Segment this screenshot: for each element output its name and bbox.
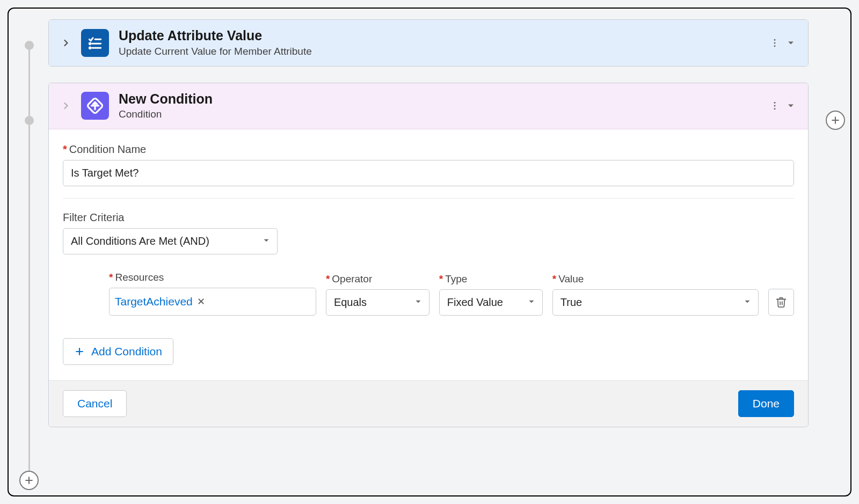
expand-toggle[interactable] <box>61 100 71 111</box>
step-title: New Condition <box>119 92 213 107</box>
timeline-line <box>28 45 30 472</box>
plus-icon <box>74 346 85 357</box>
expand-toggle[interactable] <box>61 38 71 48</box>
checklist-icon <box>81 29 109 57</box>
operator-select[interactable]: Equals <box>326 289 430 316</box>
caret-down-icon <box>785 38 796 48</box>
svg-point-19 <box>774 108 776 110</box>
add-step-right-button[interactable] <box>826 111 845 130</box>
svg-point-18 <box>774 105 776 107</box>
step-menu-button[interactable] <box>769 38 796 48</box>
more-vertical-icon <box>769 100 780 111</box>
step-subtitle: Update Current Value for Member Attribut… <box>119 46 312 57</box>
timeline-node-1 <box>25 41 34 50</box>
condition-name-label: Condition Name <box>63 143 794 156</box>
delete-row-button[interactable] <box>768 289 794 316</box>
condition-editor-body: Condition Name Filter Criteria All Condi… <box>49 129 808 380</box>
type-select[interactable]: Fixed Value <box>439 289 543 316</box>
svg-point-9 <box>774 39 776 40</box>
type-label: Type <box>439 273 543 285</box>
condition-name-input[interactable] <box>63 160 794 186</box>
condition-row: Resources TargetAchieved ✕ Operator Equa… <box>109 272 794 316</box>
trash-icon <box>775 296 787 308</box>
flow-canvas: Update Attribute Value Update Current Va… <box>8 8 851 496</box>
branch-icon <box>81 92 109 120</box>
cancel-button[interactable]: Cancel <box>63 390 127 417</box>
svg-point-17 <box>774 102 776 104</box>
condition-footer: Cancel Done <box>49 380 808 427</box>
value-label: Value <box>552 273 759 285</box>
remove-resource-button[interactable]: ✕ <box>197 296 205 308</box>
resources-input[interactable]: TargetAchieved ✕ <box>109 288 316 316</box>
more-vertical-icon <box>769 38 780 48</box>
step-card-header: Update Attribute Value Update Current Va… <box>49 20 808 66</box>
step-menu-button[interactable] <box>769 100 796 111</box>
value-select[interactable]: True <box>552 289 759 316</box>
divider <box>63 198 794 199</box>
svg-point-10 <box>774 42 776 43</box>
svg-point-7 <box>89 43 91 45</box>
operator-label: Operator <box>326 273 430 285</box>
done-button[interactable]: Done <box>738 390 794 417</box>
caret-down-icon <box>785 100 796 111</box>
svg-point-11 <box>774 45 776 47</box>
step-card-new-condition: New Condition Condition Condition Name F… <box>48 83 809 428</box>
add-condition-label: Add Condition <box>91 345 162 358</box>
step-title: Update Attribute Value <box>119 28 312 43</box>
add-step-bottom-button[interactable] <box>19 471 39 490</box>
step-card-header: New Condition Condition <box>49 83 808 130</box>
resource-pill-label: TargetAchieved <box>115 295 193 308</box>
add-condition-button[interactable]: Add Condition <box>63 338 173 365</box>
resources-label: Resources <box>109 272 316 283</box>
filter-criteria-label: Filter Criteria <box>63 211 794 224</box>
timeline-node-2 <box>25 116 34 125</box>
filter-criteria-select[interactable]: All Conditions Are Met (AND) <box>63 228 278 254</box>
step-card-update-attribute: Update Attribute Value Update Current Va… <box>48 19 809 67</box>
svg-point-8 <box>89 47 91 49</box>
step-subtitle: Condition <box>119 108 213 120</box>
